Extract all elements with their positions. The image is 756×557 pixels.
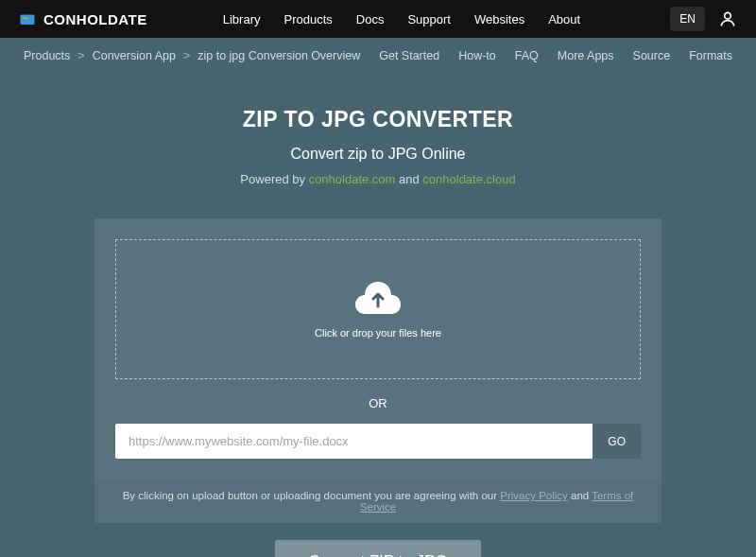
cloud-upload-icon [355,280,401,318]
logo[interactable]: CONHOLDATE [19,10,147,27]
powered-link-1[interactable]: conholdate.com [309,172,396,186]
breadcrumb-current[interactable]: zip to jpg Conversion [198,49,308,62]
url-input[interactable] [115,424,593,459]
page-title: ZIP TO JPG CONVERTER [0,107,756,132]
convert-button[interactable]: Convert ZIP to JPG [275,540,480,557]
chevron-right-icon: > [77,49,84,62]
subnav-formats[interactable]: Formats [689,49,732,62]
url-input-row: GO [115,424,641,459]
nav-docs[interactable]: Docs [356,12,385,26]
logo-text: CONHOLDATE [43,11,147,27]
svg-point-2 [725,12,731,19]
hero: ZIP TO JPG CONVERTER Convert zip to JPG … [0,74,756,205]
svg-rect-1 [23,18,28,20]
nav-library[interactable]: Library [223,12,261,26]
subnav-get-started[interactable]: Get Started [379,49,439,62]
go-button[interactable]: GO [593,424,641,459]
subnav-more-apps[interactable]: More Apps [558,49,614,62]
nav-products[interactable]: Products [284,12,332,26]
top-navbar: CONHOLDATE Library Products Docs Support… [0,0,756,38]
svg-rect-0 [21,15,35,26]
nav-support[interactable]: Support [407,12,451,26]
dropzone-label: Click or drop your files here [315,327,441,339]
disclaimer: By clicking on upload button or uploadin… [94,479,662,523]
secondary-nav: Overview Get Started How-to FAQ More App… [311,49,732,62]
upload-panel: Click or drop your files here OR GO [94,218,662,479]
powered-link-2[interactable]: conholdate.cloud [422,172,515,186]
logo-icon [19,10,36,27]
page-subtitle: Convert zip to JPG Online [0,146,756,163]
subnav-overview[interactable]: Overview [311,49,360,62]
breadcrumb-conversion-app[interactable]: Conversion App [93,49,176,62]
user-icon[interactable] [718,9,737,28]
language-button[interactable]: EN [670,7,705,31]
breadcrumb: Products > Conversion App > zip to jpg C… [24,49,308,62]
nav-about[interactable]: About [548,12,580,26]
subnav-how-to[interactable]: How-to [458,49,496,62]
breadcrumb-products[interactable]: Products [24,49,70,62]
chevron-right-icon: > [183,49,190,62]
main-nav: Library Products Docs Support Websites A… [223,12,671,26]
nav-websites[interactable]: Websites [474,12,524,26]
powered-by: Powered by conholdate.com and conholdate… [0,172,756,186]
subnav-source[interactable]: Source [633,49,671,62]
subnav-faq[interactable]: FAQ [515,49,539,62]
or-divider: OR [115,396,641,410]
file-dropzone[interactable]: Click or drop your files here [115,239,641,379]
privacy-policy-link[interactable]: Privacy Policy [500,490,568,501]
sub-navbar: Products > Conversion App > zip to jpg C… [0,38,756,74]
